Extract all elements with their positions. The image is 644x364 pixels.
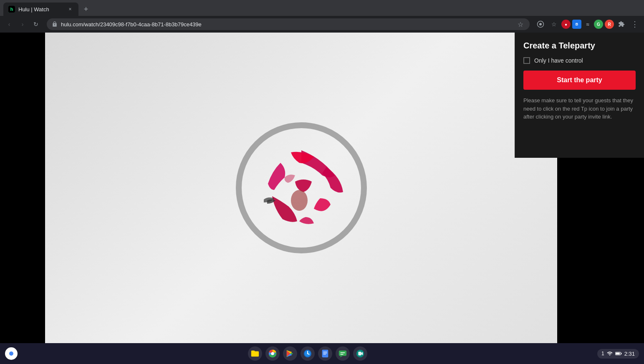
refresh-button[interactable]: ↻ [30,18,42,30]
svg-rect-22 [621,353,621,354]
files-icon [250,349,260,358]
star-ext-icon[interactable]: ☆ [548,18,560,30]
tab-close-button[interactable]: × [67,6,73,13]
active-tab[interactable]: h Hulu | Watch × [3,3,78,16]
content-area: Create a Teleparty Only I have control S… [0,33,644,343]
taskbar-app-docs[interactable] [318,346,332,361]
new-tab-button[interactable]: + [80,3,92,15]
docs-icon [321,349,330,358]
svg-point-1 [539,23,542,25]
clock-icon [303,349,312,358]
gray-ext-icon[interactable]: ≈ [583,20,592,29]
video-logo [230,117,372,259]
taskbar-app-playstore[interactable] [283,346,297,361]
address-bar[interactable]: hulu.com/watch/23409c98-f7b0-4caa-8b71-8… [47,18,530,30]
browser-frame: h Hulu | Watch × + ‹ › ↻ hulu.com/watch/… [0,0,644,33]
svg-point-12 [307,353,308,354]
start-party-button[interactable]: Start the party [523,71,636,90]
left-black-strip [0,33,45,343]
playstore-icon [285,349,295,358]
only-i-have-control-checkbox[interactable] [523,57,530,64]
duo-icon [356,349,365,358]
url-display: hulu.com/watch/23409c98-f7b0-4caa-8b71-8… [61,21,513,28]
taskbar-app-messages[interactable] [336,346,350,361]
svg-rect-16 [323,354,326,354]
history-ext-icon[interactable] [535,18,546,30]
video-player[interactable] [45,33,557,343]
green-ext-icon[interactable]: G [594,20,603,29]
time-display: 2:31 [624,351,635,357]
chrome-icon [268,349,277,358]
red2-ext-icon[interactable]: R [605,20,614,29]
svg-rect-13 [322,350,328,357]
only-i-have-control-label: Only I have control [534,57,583,64]
menu-button[interactable]: ⋮ [629,18,641,30]
notification-count: 1 [601,351,604,356]
back-button[interactable]: ‹ [3,18,15,30]
svg-rect-19 [340,354,343,355]
tab-bar: h Hulu | Watch × + [0,0,644,16]
tab-title: Hulu | Watch [18,6,63,13]
taskbar: 1 2:31 [0,343,644,364]
svg-point-7 [271,352,274,355]
blue-ext-icon[interactable]: B [572,20,581,29]
taskbar-app-duo[interactable] [353,346,367,361]
extensions-button[interactable] [616,18,627,30]
wifi-icon [607,351,613,356]
taskbar-left [5,347,18,360]
lock-icon [52,21,58,27]
panel-title: Create a Teleparty [523,41,636,51]
panel-note: Please make sure to tell your guests tha… [523,96,636,121]
video-background [45,33,557,343]
battery-icon [615,351,622,356]
bookmark-button[interactable]: ☆ [516,20,525,28]
taskbar-center [18,346,597,361]
control-checkbox-row: Only I have control [523,57,636,64]
taskbar-app-chrome[interactable] [265,346,280,361]
svg-point-3 [291,190,308,211]
browser-toolbar: ‹ › ↻ hulu.com/watch/23409c98-f7b0-4caa-… [0,16,644,33]
teleparty-panel: Create a Teleparty Only I have control S… [515,33,644,158]
svg-rect-18 [340,352,345,353]
red-ext-icon[interactable]: ● [561,20,571,29]
forward-button[interactable]: › [17,18,28,30]
launcher-button[interactable] [5,347,18,360]
tab-favicon: h [8,6,15,13]
svg-rect-15 [323,353,327,353]
taskbar-app-clock[interactable] [301,346,315,361]
messages-icon [338,349,347,358]
taskbar-app-files[interactable] [248,346,262,361]
taskbar-right: 1 2:31 [597,349,639,359]
svg-rect-23 [616,353,620,355]
launcher-dot [9,351,13,356]
svg-rect-17 [338,351,346,356]
svg-rect-14 [323,351,327,352]
status-tray[interactable]: 1 2:31 [597,349,639,359]
